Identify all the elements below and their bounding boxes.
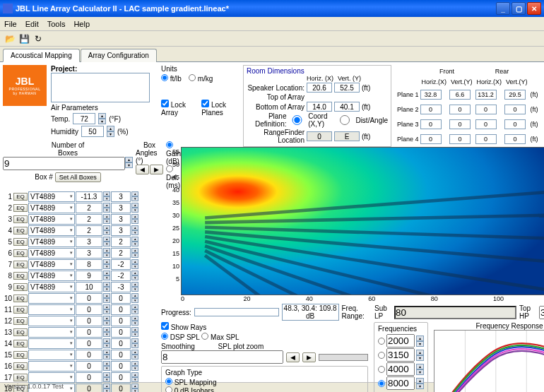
del-up[interactable]: ▴ xyxy=(131,271,138,275)
del-down[interactable]: ▾ xyxy=(131,298,138,303)
del-up[interactable]: ▴ xyxy=(131,293,138,298)
del-down[interactable]: ▾ xyxy=(131,287,138,292)
dsp-spl-radio[interactable] xyxy=(161,333,168,340)
del-up[interactable]: ▴ xyxy=(131,259,138,264)
eq-button[interactable]: EQ xyxy=(13,374,28,381)
model-select[interactable]: VT4889▾ xyxy=(28,203,75,213)
open-icon[interactable]: 📂 xyxy=(4,33,16,44)
freq-radio[interactable] xyxy=(378,338,385,345)
eq-button[interactable]: EQ xyxy=(13,340,28,348)
del-value[interactable]: -3 xyxy=(111,282,131,292)
gain-up[interactable]: ▴ xyxy=(103,361,110,366)
del-value[interactable]: 2 xyxy=(111,248,131,259)
gain-down[interactable]: ▾ xyxy=(103,230,110,235)
gain-up[interactable]: ▴ xyxy=(103,293,110,298)
max-spl-radio[interactable] xyxy=(201,333,208,340)
bot-x[interactable] xyxy=(307,102,332,112)
eq-button[interactable]: EQ xyxy=(13,261,28,268)
freq-radio[interactable] xyxy=(378,380,385,387)
del-value[interactable]: 3 xyxy=(111,214,131,225)
gain-up[interactable]: ▴ xyxy=(103,191,110,196)
model-select[interactable]: VT4889▾ xyxy=(28,191,75,202)
del-down[interactable]: ▾ xyxy=(131,309,138,314)
gain-value[interactable]: 0 xyxy=(76,372,102,383)
freq-radio[interactable] xyxy=(378,366,385,373)
gain-down[interactable]: ▾ xyxy=(103,287,110,292)
gain-down[interactable]: ▾ xyxy=(103,242,110,247)
gain-down[interactable]: ▾ xyxy=(103,321,110,326)
gain-down[interactable]: ▾ xyxy=(103,253,110,258)
eq-button[interactable]: EQ xyxy=(13,351,28,359)
gain-down[interactable]: ▾ xyxy=(103,298,110,303)
gain-down[interactable]: ▾ xyxy=(103,377,110,382)
plane-rv[interactable] xyxy=(504,90,526,100)
hum-down[interactable]: ▾ xyxy=(107,131,114,137)
graphtype-spl[interactable] xyxy=(165,378,172,385)
del-down[interactable]: ▾ xyxy=(131,332,138,337)
del-value[interactable]: 3 xyxy=(111,203,131,213)
eq-button[interactable]: EQ xyxy=(13,306,28,314)
plane-rv[interactable] xyxy=(504,134,526,144)
gain-down[interactable]: ▾ xyxy=(103,366,110,371)
top-hp-input[interactable] xyxy=(539,306,544,319)
del-down[interactable]: ▾ xyxy=(131,377,138,382)
gain-down[interactable]: ▾ xyxy=(103,275,110,280)
del-down[interactable]: ▾ xyxy=(131,343,138,348)
gain-up[interactable]: ▴ xyxy=(103,237,110,242)
plane-rv[interactable] xyxy=(504,119,526,129)
del-up[interactable]: ▴ xyxy=(131,384,138,388)
model-select[interactable]: ▾ xyxy=(28,316,75,326)
del-up[interactable]: ▴ xyxy=(131,191,138,196)
gain-down[interactable]: ▾ xyxy=(103,264,110,269)
del-up[interactable]: ▴ xyxy=(131,203,138,208)
tab-array-configuration[interactable]: Array Configuration xyxy=(81,49,157,62)
plane-coord[interactable] xyxy=(288,115,306,125)
plane-fh[interactable] xyxy=(420,119,442,129)
gain-value[interactable]: 0 xyxy=(76,304,102,315)
hum-up[interactable]: ▴ xyxy=(107,126,114,131)
model-select[interactable]: ▾ xyxy=(28,293,75,304)
del-down[interactable]: ▾ xyxy=(131,264,138,269)
model-select[interactable]: VT4889▾ xyxy=(28,259,75,270)
gain-value[interactable]: 2 xyxy=(76,214,102,225)
gain-up[interactable]: ▴ xyxy=(103,338,110,343)
temp-up[interactable]: ▴ xyxy=(98,113,106,119)
eq-button[interactable]: EQ xyxy=(13,215,28,223)
gain-value[interactable]: 0 xyxy=(76,316,102,326)
minimize-button[interactable]: _ xyxy=(496,2,510,15)
eq-button[interactable]: EQ xyxy=(13,249,28,257)
plane-rh[interactable] xyxy=(475,90,497,100)
gain-down[interactable]: ▾ xyxy=(103,388,110,392)
gain-down[interactable]: ▾ xyxy=(103,309,110,314)
gain-value[interactable]: 2 xyxy=(76,225,102,236)
project-input[interactable] xyxy=(51,73,150,102)
eq-button[interactable]: EQ xyxy=(13,362,28,370)
model-select[interactable]: ▾ xyxy=(28,338,75,349)
del-down[interactable]: ▾ xyxy=(131,230,138,235)
menu-edit[interactable]: Edit xyxy=(25,20,39,28)
freq-input[interactable] xyxy=(386,362,415,376)
del-down[interactable]: ▾ xyxy=(131,219,138,224)
gain-up[interactable]: ▴ xyxy=(103,350,110,355)
freq-input[interactable] xyxy=(386,348,415,362)
gain-up[interactable]: ▴ xyxy=(103,316,110,321)
eq-button[interactable]: EQ xyxy=(13,295,28,302)
del-value[interactable]: -2 xyxy=(111,271,131,281)
gain-value[interactable]: -11.3 xyxy=(76,191,102,202)
humidity-input[interactable] xyxy=(81,126,104,137)
gain-up[interactable]: ▴ xyxy=(103,304,110,309)
model-select[interactable]: VT4889▾ xyxy=(28,225,75,236)
maximize-button[interactable]: ▢ xyxy=(512,2,526,15)
gain-down[interactable]: ▾ xyxy=(103,219,110,224)
gain-up[interactable]: ▴ xyxy=(103,203,110,208)
eq-button[interactable]: EQ xyxy=(13,317,28,325)
gain-down[interactable]: ▾ xyxy=(103,332,110,337)
del-down[interactable]: ▾ xyxy=(131,355,138,360)
del-value[interactable]: -2 xyxy=(111,259,131,270)
eq-button[interactable]: EQ xyxy=(13,238,28,246)
eq-button[interactable]: EQ xyxy=(13,272,28,280)
del-up[interactable]: ▴ xyxy=(131,327,138,332)
units-mkg[interactable] xyxy=(189,74,196,81)
plane-rh[interactable] xyxy=(475,105,497,114)
del-up[interactable]: ▴ xyxy=(131,372,138,377)
